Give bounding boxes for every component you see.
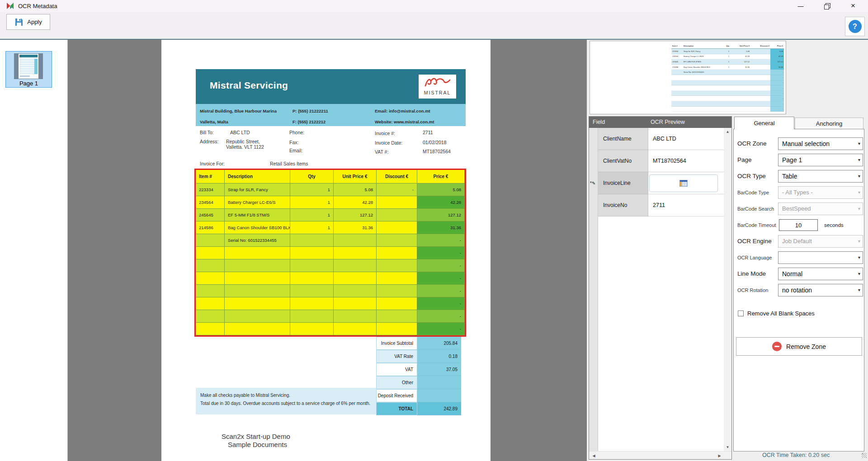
setting-row-ocr-type: OCR TypeTable▾ (734, 170, 864, 183)
preview-cell (750, 65, 770, 70)
scroll-down-icon[interactable]: ▼ (724, 443, 731, 451)
zone-preview-table: Item #DescriptionQtyUnit Price €Discount… (671, 43, 784, 112)
chevron-down-icon: ▾ (858, 252, 860, 263)
barcode-type-dropdown[interactable]: - All Types -▾ (778, 186, 863, 199)
invoice-column-header: Price € (417, 170, 465, 183)
field-name-cell[interactable]: ClientName (598, 128, 648, 150)
preview-cell: - (770, 80, 784, 86)
invoice-cell: 42.28 (417, 196, 465, 209)
total-value-cell (417, 389, 461, 402)
preview-cell (683, 75, 711, 80)
invoice-column-header: Qty (290, 170, 334, 183)
invoice-cell: 1 (290, 221, 334, 234)
invoice-cell (377, 297, 417, 310)
ocr-rotation-dropdown[interactable]: no rotation▾ (778, 284, 863, 296)
row-edit-marker: *✎ (590, 172, 598, 194)
invoice-cell (225, 247, 290, 259)
apply-button[interactable]: Apply (6, 14, 50, 30)
horizontal-scrollbar[interactable]: ◀ ▶ (589, 451, 731, 459)
remove-blank-spaces-label: Remove All Blank Spaces (747, 309, 815, 318)
preview-cell (730, 70, 750, 75)
resize-grip[interactable] (862, 453, 867, 458)
ocr-zone-label: OCR Zone (737, 137, 767, 150)
vat-no-label: VAT #: (375, 149, 388, 155)
field-name-cell[interactable]: InvoiceNo (598, 194, 648, 216)
restore-button[interactable] (817, 0, 837, 12)
ocr-zone-dropdown[interactable]: Manual selection▾ (778, 137, 863, 150)
field-name-cell[interactable]: InvoiceLine (598, 172, 648, 194)
line-mode-dropdown[interactable]: Normal▾ (778, 268, 863, 280)
remove-zone-button[interactable]: Remove Zone (736, 337, 862, 356)
setting-row-barcode-type: BarCode Type- All Types -▾ (734, 186, 864, 199)
remove-zone-icon (772, 342, 782, 351)
preview-cell (750, 101, 770, 107)
invoice-cell: Serial No: 601522334455 (225, 234, 290, 247)
ocr-preview-cell[interactable]: ABC LTD (648, 128, 724, 150)
help-button[interactable]: ? (845, 17, 865, 36)
invoice-cell (377, 285, 417, 297)
ocr-language-dropdown[interactable]: ▾ (778, 251, 863, 264)
ocr-zone-selection[interactable]: Item #DescriptionQtyUnit Price €Discount… (194, 169, 466, 337)
tab-general[interactable]: General (734, 117, 794, 129)
ocr-preview-cell[interactable]: 2711 (648, 194, 724, 216)
field-name-cell[interactable]: ClientVatNo (598, 150, 648, 172)
preview-cell: - (770, 75, 784, 80)
preview-cell: 214586 (671, 65, 683, 70)
ocr-engine-dropdown[interactable]: Job Default▾ (778, 235, 863, 248)
invoice-cell (196, 272, 225, 285)
page-thumbnail-image (14, 53, 43, 79)
invoice-cell (377, 323, 417, 335)
setting-row-ocr-zone: OCR ZoneManual selection▾ (734, 137, 864, 150)
selected-value: Table (782, 170, 797, 182)
invoice-cell (196, 285, 225, 297)
invoice-date-label: Invoice Date: (375, 140, 402, 146)
ocr-preview-cell[interactable] (648, 172, 724, 194)
preview-column-header: Description (683, 43, 711, 49)
invoice-cell (225, 297, 290, 310)
barcode-search-dropdown[interactable]: BestSpeed▾ (778, 202, 863, 215)
remove-blank-spaces-checkbox[interactable] (738, 310, 744, 316)
total-label-cell: TOTAL (376, 402, 417, 415)
invoice-line-table-button[interactable] (649, 174, 718, 192)
preview-cell (750, 85, 770, 91)
ocr-preview-column-header: OCR Preview (651, 117, 685, 128)
barcode-timeout-input[interactable] (779, 219, 818, 231)
ocr-preview-cell[interactable]: MT18702564 (648, 150, 724, 172)
logo-squiggle-icon (423, 76, 452, 88)
chevron-down-icon: ▾ (858, 203, 860, 215)
preview-cell: 245645 (671, 59, 683, 65)
invoice-cell: 214586 (196, 221, 225, 234)
scroll-up-icon[interactable]: ▲ (724, 128, 731, 136)
scroll-left-icon[interactable]: ◀ (590, 452, 598, 460)
preview-cell: EF 5-MM F1/8 STM/S (683, 59, 711, 65)
total-label-cell: Other (376, 376, 417, 389)
ocr-type-dropdown[interactable]: Table▾ (778, 170, 863, 183)
note-line2: Total due in 30 days. Overdue accounts s… (200, 401, 370, 406)
preview-cell (711, 96, 730, 101)
page-dropdown[interactable]: Page 1▾ (778, 154, 863, 166)
page-thumbnail[interactable]: Page 1 (5, 51, 52, 88)
vertical-scrollbar[interactable]: ▲ ▼ (724, 128, 731, 451)
logo-text: MISTRAL (419, 90, 456, 95)
invoice-cell (334, 285, 377, 297)
footer-line2: Sample Documents (228, 441, 287, 448)
barcode-type-label: BarCode Type (737, 186, 769, 199)
pages-panel: Page 1 (0, 40, 68, 461)
close-button[interactable]: × (843, 0, 863, 12)
tab-anchoring[interactable]: Anchoring (795, 118, 863, 129)
invoice-cell (334, 297, 377, 310)
chevron-down-icon: ▾ (858, 138, 860, 150)
thumbnail-footer-line (20, 75, 30, 77)
preview-cell: - (770, 91, 784, 96)
invoice-contact-band: Mistral Building, Blue Harbour Marina P:… (196, 104, 466, 126)
preview-cell (671, 70, 683, 75)
invoice-cell (334, 323, 377, 335)
preview-cell: 1 (711, 49, 730, 54)
selected-value: Job Default (782, 235, 812, 247)
tab-anchoring-label: Anchoring (816, 120, 843, 127)
invoice-cell (334, 272, 377, 285)
preview-cell: - (770, 96, 784, 101)
general-tab-panel: OCR ZoneManual selection▾PagePage 1▾OCR … (733, 129, 864, 452)
minimize-button[interactable]: — (791, 0, 811, 12)
scroll-right-icon[interactable]: ▶ (716, 452, 723, 460)
